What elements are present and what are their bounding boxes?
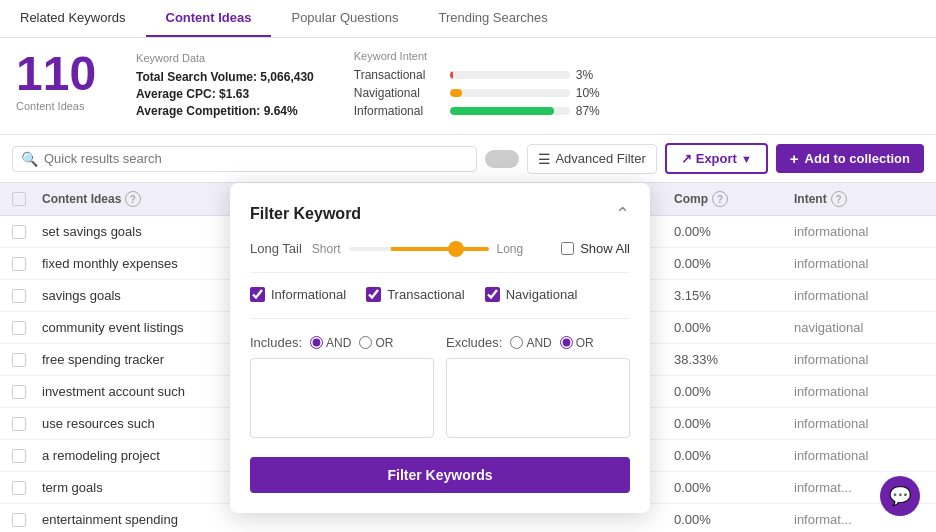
includes-label: Includes: — [250, 335, 302, 350]
total-search-volume-value: 5,066,430 — [260, 70, 313, 84]
intent-help-icon[interactable]: ? — [831, 191, 847, 207]
modal-header: Filter Keyword ⌃ — [250, 203, 630, 225]
includes-and-label[interactable]: AND — [310, 336, 351, 350]
row-comp: 0.00% — [674, 320, 794, 335]
row-intent: informational — [794, 384, 924, 399]
big-label: Content Ideas — [16, 100, 85, 112]
navigational-checkbox[interactable] — [485, 287, 500, 302]
intent-label-transactional: Transactional — [354, 68, 444, 82]
row-check — [12, 289, 42, 303]
row-checkbox[interactable] — [12, 481, 26, 495]
intent-bar-navigational — [450, 89, 462, 97]
intent-label-navigational: Navigational — [354, 86, 444, 100]
toggle-wrap — [485, 150, 519, 168]
row-intent: navigational — [794, 320, 924, 335]
search-icon: 🔍 — [21, 151, 38, 167]
intent-bar-informational — [450, 107, 554, 115]
modal-title: Filter Keyword — [250, 205, 361, 223]
header-intent: Intent ? — [794, 191, 924, 207]
avg-cpc-value: $1.63 — [219, 87, 249, 101]
big-number: 110 — [16, 50, 96, 98]
row-comp: 0.00% — [674, 384, 794, 399]
excludes-and-label[interactable]: AND — [510, 336, 551, 350]
keyword-intent-title: Keyword Intent — [354, 50, 614, 62]
row-checkbox[interactable] — [12, 225, 26, 239]
avg-comp-value: 9.64% — [264, 104, 298, 118]
check-transactional[interactable]: Transactional — [366, 287, 465, 302]
tab-popular-questions[interactable]: Popular Questions — [271, 0, 418, 37]
includes-and-radio[interactable] — [310, 336, 323, 349]
filter-keywords-button[interactable]: Filter Keywords — [250, 457, 630, 493]
avg-cpc-label: Average CPC: — [136, 87, 216, 101]
intent-checks: Informational Transactional Navigational — [250, 287, 630, 319]
excludes-and-text: AND — [526, 336, 551, 350]
search-input[interactable] — [44, 151, 468, 166]
row-checkbox[interactable] — [12, 321, 26, 335]
keyword-data-title: Keyword Data — [136, 52, 314, 64]
show-all-checkbox[interactable] — [561, 242, 574, 255]
intent-bar-transactional — [450, 71, 454, 79]
excludes-or-radio[interactable] — [560, 336, 573, 349]
row-comp: 0.00% — [674, 256, 794, 271]
avg-cpc-row: Average CPC: $1.63 — [136, 87, 314, 101]
row-check — [12, 513, 42, 527]
includes-or-text: OR — [375, 336, 393, 350]
intent-pct-informational: 87% — [576, 104, 600, 118]
excludes-or-label[interactable]: OR — [560, 336, 594, 350]
transactional-check-label: Transactional — [387, 287, 465, 302]
row-checkbox[interactable] — [12, 385, 26, 399]
excludes-or-text: OR — [576, 336, 594, 350]
includes-textarea[interactable] — [250, 358, 434, 438]
header-check — [12, 192, 42, 206]
toggle-switch[interactable] — [485, 150, 519, 168]
excludes-and-radio[interactable] — [510, 336, 523, 349]
transactional-checkbox[interactable] — [366, 287, 381, 302]
add-collection-button[interactable]: + Add to collection — [776, 144, 924, 173]
header-checkbox[interactable] — [12, 192, 26, 206]
longtail-row: Long Tail Short Long Show All — [250, 241, 630, 256]
row-checkbox[interactable] — [12, 257, 26, 271]
informational-checkbox[interactable] — [250, 287, 265, 302]
export-button[interactable]: ↗ Export ▼ — [665, 143, 768, 174]
row-comp: 0.00% — [674, 448, 794, 463]
intent-row-navigational: Navigational 10% — [354, 86, 614, 100]
tab-trending-searches[interactable]: Trending Searches — [418, 0, 567, 37]
row-comp: 0.00% — [674, 416, 794, 431]
check-navigational[interactable]: Navigational — [485, 287, 578, 302]
row-checkbox[interactable] — [12, 289, 26, 303]
row-check — [12, 321, 42, 335]
export-icon: ↗ — [681, 151, 692, 166]
row-comp: 0.00% — [674, 224, 794, 239]
slider-short-label: Short — [312, 242, 341, 256]
row-checkbox[interactable] — [12, 417, 26, 431]
row-checkbox[interactable] — [12, 449, 26, 463]
tab-content-ideas[interactable]: Content Ideas — [146, 0, 272, 37]
advanced-filter-button[interactable]: ☰ Advanced Filter — [527, 144, 656, 174]
header-comp: Comp ? — [674, 191, 794, 207]
main-content: Content Ideas ? Comp ? Intent ? set savi… — [0, 183, 936, 532]
modal-close-button[interactable]: ⌃ — [615, 203, 630, 225]
intent-row-transactional: Transactional 3% — [354, 68, 614, 82]
row-comp: 3.15% — [674, 288, 794, 303]
includes-or-label[interactable]: OR — [359, 336, 393, 350]
content-ideas-help-icon[interactable]: ? — [125, 191, 141, 207]
comp-help-icon[interactable]: ? — [712, 191, 728, 207]
longtail-slider[interactable] — [349, 247, 489, 251]
row-keyword: entertainment spending — [42, 512, 674, 527]
slider-long-label: Long — [497, 242, 524, 256]
tab-related-keywords[interactable]: Related Keywords — [0, 0, 146, 37]
navigational-check-label: Navigational — [506, 287, 578, 302]
check-informational[interactable]: Informational — [250, 287, 346, 302]
row-check — [12, 225, 42, 239]
excludes-header: Excludes: AND OR — [446, 335, 630, 350]
chat-bubble[interactable]: 💬 — [880, 476, 920, 516]
row-checkbox[interactable] — [12, 513, 26, 527]
excludes-textarea[interactable] — [446, 358, 630, 438]
search-box: 🔍 — [12, 146, 477, 172]
row-intent: informational — [794, 256, 924, 271]
show-all-label: Show All — [580, 241, 630, 256]
slider-wrap: Short Long — [312, 242, 541, 256]
includes-or-radio[interactable] — [359, 336, 372, 349]
longtail-label: Long Tail — [250, 241, 302, 256]
row-checkbox[interactable] — [12, 353, 26, 367]
